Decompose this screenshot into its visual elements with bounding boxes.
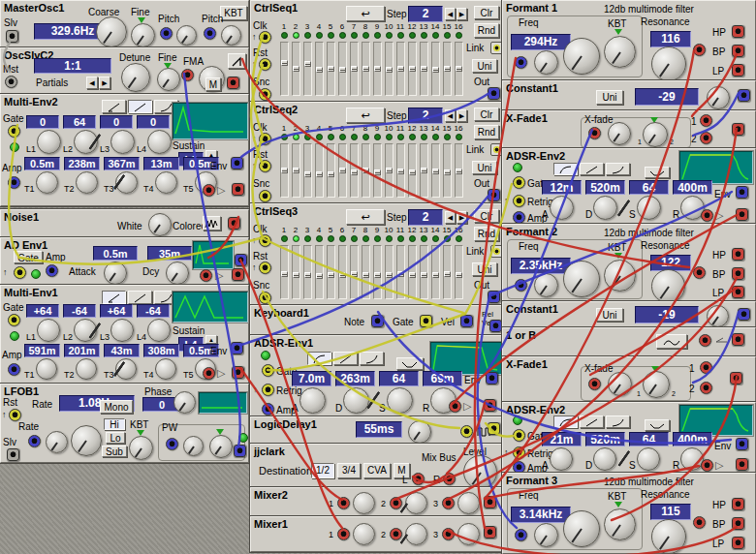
fma-input-jack[interactable]	[181, 69, 194, 81]
step-slider-thumb[interactable]	[351, 169, 358, 175]
seq-step[interactable]: 4	[313, 226, 325, 299]
xfade-knob[interactable]	[643, 371, 670, 398]
env-output-jack[interactable]	[736, 186, 748, 199]
seq-step[interactable]: 13	[418, 22, 429, 96]
loop-button[interactable]: ↩	[346, 6, 385, 21]
audio-input-jack[interactable]	[203, 367, 215, 380]
step-slider[interactable]	[431, 143, 440, 198]
step-slider-thumb[interactable]	[444, 169, 451, 175]
step-slider-thumb[interactable]	[362, 272, 369, 278]
mixer-input[interactable]: 1	[329, 492, 381, 514]
env-output-jack[interactable]	[231, 157, 243, 169]
mixer-input[interactable]: 1	[329, 523, 381, 545]
reset-input-jack[interactable]	[9, 409, 21, 421]
env-level-control[interactable]: 0 L3	[100, 115, 137, 154]
release-curve-button[interactable]	[396, 357, 424, 370]
freq-mod-amount-knob[interactable]	[534, 50, 558, 75]
step-slider[interactable]	[315, 143, 324, 198]
env-level-knob[interactable]	[37, 319, 60, 342]
env-time-display[interactable]: 591m	[24, 344, 60, 357]
adsr-display[interactable]: 400m	[673, 432, 712, 446]
step-slider[interactable]	[292, 143, 300, 198]
env-output-jack[interactable]	[231, 342, 243, 354]
env-level-display[interactable]: +64	[26, 304, 59, 318]
adsr-display[interactable]: 520m	[585, 432, 625, 446]
step-slider[interactable]	[373, 245, 382, 299]
env-time-knob[interactable]	[36, 358, 57, 380]
step-slider-thumb[interactable]	[293, 272, 299, 278]
step-slider-thumb[interactable]	[409, 272, 416, 278]
adsr-display[interactable]: 520m	[585, 180, 625, 195]
env-time-control[interactable]: 591m T1	[24, 344, 64, 380]
adsr-knob[interactable]	[637, 196, 661, 220]
step-slider-thumb[interactable]	[397, 271, 404, 277]
waveform-button[interactable]	[228, 53, 246, 69]
hp-output-jack[interactable]	[732, 25, 744, 38]
step-display[interactable]: 2	[408, 108, 443, 124]
step-slider[interactable]	[443, 143, 452, 198]
pitch2-amount-knob[interactable]	[221, 25, 241, 46]
env-level-control[interactable]: 0 L4	[137, 115, 173, 154]
bp-output-jack[interactable]	[732, 267, 744, 280]
sustain-up-button[interactable]: ▲	[205, 335, 217, 344]
clock-input-jack[interactable]	[259, 234, 271, 247]
note-output-jack[interactable]	[371, 315, 384, 327]
range-hi-button[interactable]: Hi	[104, 418, 125, 430]
env-level-display[interactable]: -64	[63, 304, 96, 318]
uni-button[interactable]: Uni	[472, 59, 497, 73]
env-level-knob[interactable]	[37, 130, 61, 154]
seq-step[interactable]: 6	[336, 22, 348, 96]
audio-output-jack[interactable]	[232, 366, 244, 379]
adsr-knob[interactable]	[387, 387, 413, 414]
env-time-display[interactable]: 308m	[143, 344, 179, 357]
audio-output-jack[interactable]	[232, 183, 244, 196]
kbt-knob[interactable]	[129, 436, 153, 460]
resonance-display[interactable]: 115	[650, 504, 691, 520]
seq-step[interactable]: 1	[278, 124, 290, 198]
constant-output-jack[interactable]	[738, 308, 750, 321]
gate-output-jack[interactable]	[420, 315, 432, 327]
env-time-display[interactable]: 0.5m	[24, 157, 60, 170]
constant-output-jack[interactable]	[738, 89, 750, 102]
env-time-display[interactable]: 367m	[104, 157, 140, 170]
step-prev-button[interactable]: ◀	[445, 8, 456, 20]
seq-step[interactable]: 5	[325, 226, 336, 299]
env-output-jack[interactable]	[486, 372, 498, 385]
level-knob[interactable]	[463, 455, 497, 489]
retrig-input-jack[interactable]	[262, 384, 274, 396]
step-slider[interactable]	[396, 245, 405, 299]
seq-step[interactable]: 16	[453, 22, 464, 96]
seq-step[interactable]: 10	[383, 22, 394, 96]
uni-button[interactable]: Uni	[472, 161, 497, 174]
mixer-level-knob[interactable]	[405, 492, 427, 514]
retrig-input-jack[interactable]	[513, 195, 525, 207]
env-time-knob[interactable]	[155, 171, 177, 194]
seq-step[interactable]: 4	[313, 22, 325, 96]
curve-log-button[interactable]	[102, 291, 126, 304]
slave-output-jack[interactable]	[6, 30, 18, 43]
curve-lin-button[interactable]	[128, 100, 152, 113]
noise-type-button[interactable]	[203, 216, 221, 231]
seq-step[interactable]: 9	[371, 22, 383, 96]
step-slider[interactable]	[373, 42, 382, 96]
step-slider[interactable]	[431, 245, 440, 299]
mono-button[interactable]: Mono	[100, 400, 133, 414]
pitch1-amount-knob[interactable]	[176, 25, 197, 46]
step-slider-thumb[interactable]	[421, 272, 427, 278]
mute-button[interactable]: M	[205, 77, 221, 91]
vel-output-jack[interactable]	[460, 315, 473, 327]
release-curve-button[interactable]	[645, 419, 670, 431]
step-next-button[interactable]: ▶	[457, 109, 467, 122]
env-level-display[interactable]: 0	[26, 115, 59, 129]
mixer-input-jack[interactable]	[390, 528, 402, 540]
mixer-input-jack[interactable]	[337, 528, 350, 540]
mixer-input[interactable]: 3	[433, 492, 486, 514]
partials-up-button[interactable]: ▶	[99, 77, 110, 89]
seq-step[interactable]: 6	[336, 226, 348, 299]
step-slider[interactable]	[385, 143, 394, 198]
step-slider-thumb[interactable]	[386, 168, 393, 173]
step-slider[interactable]	[443, 42, 452, 96]
mixer-input-jack[interactable]	[390, 497, 402, 509]
step-slider-thumb[interactable]	[374, 169, 381, 175]
master-input-jack[interactable]	[5, 76, 17, 88]
